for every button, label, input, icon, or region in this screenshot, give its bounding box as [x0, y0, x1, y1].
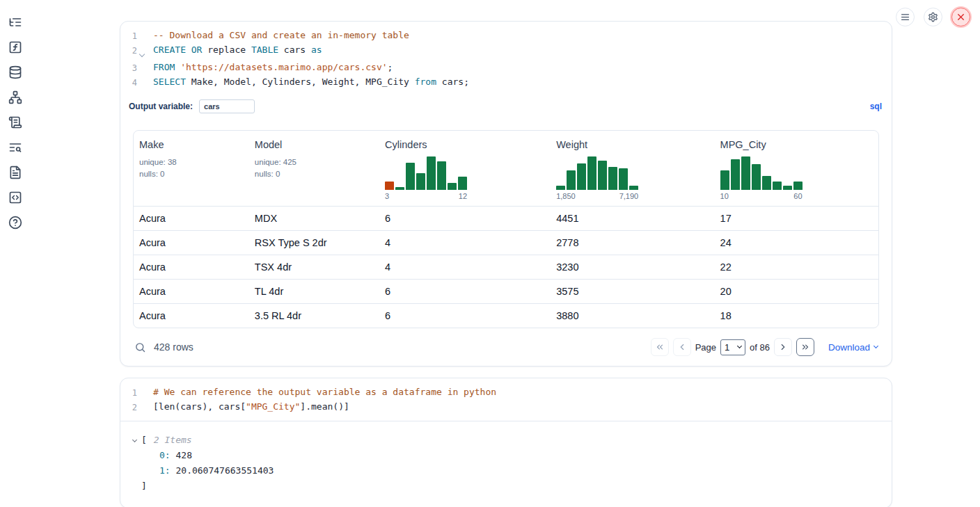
hamburger-icon — [900, 12, 910, 22]
histogram-bar[interactable] — [752, 164, 761, 190]
sidebar — [0, 0, 31, 507]
documentation-icon[interactable] — [8, 166, 22, 179]
settings-button[interactable] — [924, 8, 942, 26]
scroll-icon[interactable] — [8, 115, 22, 129]
histogram-bar[interactable] — [762, 176, 771, 190]
search-icon[interactable] — [134, 341, 146, 353]
table-row[interactable]: AcuraMDX6445117 — [134, 207, 878, 231]
histogram-bar[interactable] — [395, 187, 404, 190]
column-name[interactable]: Cylinders — [385, 139, 545, 150]
language-badge[interactable]: sql — [870, 102, 882, 111]
output-variable-label: Output variable: — [129, 102, 193, 111]
histogram-bar[interactable] — [448, 183, 457, 190]
histogram-bar[interactable] — [608, 167, 617, 190]
code-line[interactable]: 1-- Download a CSV and create an in-memo… — [126, 29, 882, 43]
code-line[interactable]: 3FROM 'https://datasets.marimo.app/cars.… — [126, 61, 882, 75]
table-cell: Acura — [134, 207, 249, 231]
histogram-max-label: 12 — [459, 192, 467, 200]
chevrons-right-icon — [800, 342, 810, 352]
scratchpad-icon[interactable] — [8, 40, 22, 54]
table-cell: 24 — [715, 231, 878, 255]
column-header[interactable]: Cylinders312 — [379, 131, 551, 207]
column-header[interactable]: Weight1,8507,190 — [551, 131, 714, 207]
code-line[interactable]: 2[len(cars), cars["MPG_City"].mean()] — [126, 400, 882, 415]
table-cell: 18 — [715, 304, 878, 328]
table-row[interactable]: AcuraRSX Type S 2dr4277824 — [134, 231, 878, 255]
code-text: CREATE OR replace TABLE cars as — [147, 43, 322, 57]
table-cell: TL 4dr — [249, 280, 379, 304]
last-page-button[interactable] — [796, 338, 814, 356]
collapse-toggle-icon[interactable] — [130, 440, 139, 442]
file-tree-icon[interactable] — [8, 15, 22, 29]
histogram-bar[interactable] — [773, 182, 782, 190]
close-icon — [956, 12, 966, 22]
histogram-bar[interactable] — [416, 173, 425, 190]
histogram-bar[interactable] — [783, 186, 792, 190]
histogram-bar[interactable] — [385, 182, 394, 190]
snippets-icon[interactable] — [8, 191, 22, 204]
fold-chevron-icon[interactable] — [137, 43, 147, 61]
python-code-editor[interactable]: 1# We can reference the output variable … — [120, 378, 892, 421]
histogram-bar[interactable] — [567, 170, 576, 190]
column-header[interactable]: Modelunique: 425nulls: 0 — [249, 131, 379, 207]
table-body: AcuraMDX6445117AcuraRSX Type S 2dr427782… — [134, 207, 878, 328]
code-text: -- Download a CSV and create an in-memor… — [147, 29, 409, 42]
dependency-graph-icon[interactable] — [8, 90, 22, 104]
column-name[interactable]: Make — [139, 139, 244, 150]
code-text: # We can reference the output variable a… — [147, 385, 496, 399]
histogram-bar[interactable] — [741, 156, 750, 190]
page-select[interactable]: 1 — [720, 339, 745, 355]
histogram-bar[interactable] — [556, 186, 565, 190]
table-row[interactable]: AcuraTL 4dr6357520 — [134, 280, 878, 304]
item-value: 20.060747663551403 — [171, 465, 274, 476]
code-line[interactable]: 4SELECT Make, Model, Cylinders, Weight, … — [126, 75, 882, 90]
table-cell: Acura — [134, 231, 249, 255]
chevron-down-icon — [737, 344, 742, 348]
column-header[interactable]: MPG_City1060 — [715, 131, 878, 207]
line-number: 2 — [126, 43, 137, 58]
download-button[interactable]: Download — [828, 342, 878, 353]
histogram-max-label: 60 — [793, 192, 802, 200]
database-icon[interactable] — [8, 65, 22, 79]
table-cell: 20 — [715, 280, 878, 304]
column-name[interactable]: Model — [255, 139, 374, 150]
code-line[interactable]: 1# We can reference the output variable … — [126, 385, 882, 400]
histogram-bar[interactable] — [629, 186, 638, 190]
row-count: 428 rows — [154, 341, 193, 353]
topbar — [896, 8, 970, 26]
column-stats: unique: 425nulls: 0 — [255, 156, 374, 179]
column-header[interactable]: Makeunique: 38nulls: 0 — [134, 131, 249, 207]
histogram-bar[interactable] — [619, 168, 628, 190]
histogram-bar[interactable] — [437, 161, 446, 190]
output-variable-input[interactable] — [199, 99, 255, 113]
table-row[interactable]: Acura3.5 RL 4dr6388018 — [134, 304, 878, 328]
table-row[interactable]: AcuraTSX 4dr4323022 — [134, 255, 878, 280]
column-name[interactable]: Weight — [556, 139, 709, 150]
histogram-bar[interactable] — [731, 159, 740, 190]
table-cell: 3575 — [551, 280, 714, 304]
sql-code-editor[interactable]: 1-- Download a CSV and create an in-memo… — [120, 22, 892, 96]
previous-page-button[interactable] — [673, 338, 691, 356]
logs-icon[interactable] — [8, 140, 22, 154]
help-icon[interactable] — [8, 216, 22, 230]
histogram-bar[interactable] — [598, 161, 607, 190]
code-line[interactable]: 2CREATE OR replace TABLE cars as — [126, 43, 882, 61]
histogram-bar[interactable] — [577, 163, 586, 190]
table-cell: Acura — [134, 255, 249, 280]
table-cell: Acura — [134, 280, 249, 304]
output-list-item: 0: 428 — [130, 448, 879, 463]
first-page-button[interactable] — [651, 338, 669, 356]
histogram-bar[interactable] — [793, 182, 803, 190]
histogram-bar[interactable] — [720, 170, 729, 190]
next-page-button[interactable] — [774, 338, 792, 356]
histogram-bar[interactable] — [587, 156, 596, 190]
notebook: 1-- Download a CSV and create an in-memo… — [120, 0, 892, 507]
menu-button[interactable] — [896, 8, 915, 26]
column-histogram: 1,8507,190 — [556, 155, 638, 200]
table-cell: 3880 — [551, 304, 714, 328]
histogram-bar[interactable] — [427, 156, 436, 190]
histogram-bar[interactable] — [406, 163, 415, 190]
shutdown-button[interactable] — [951, 8, 970, 26]
histogram-bar[interactable] — [458, 177, 467, 190]
column-name[interactable]: MPG_City — [720, 139, 873, 150]
